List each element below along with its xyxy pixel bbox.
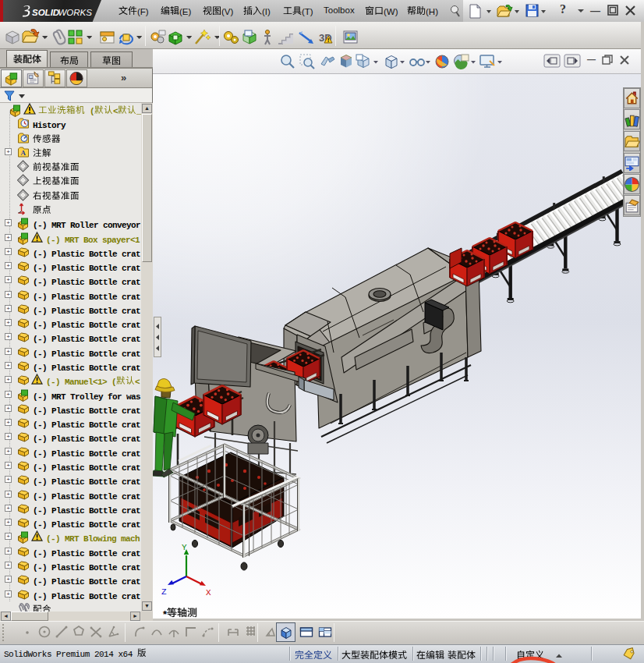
svg-text:SOLID: SOLID — [32, 8, 59, 17]
svg-text:X: X — [206, 588, 211, 597]
svg-text:Z: Z — [161, 587, 167, 597]
svg-text:!: ! — [327, 37, 330, 44]
svg-text:A: A — [21, 149, 27, 157]
svg-text:WORKS: WORKS — [58, 8, 93, 17]
svg-text:Y: Y — [182, 543, 187, 552]
